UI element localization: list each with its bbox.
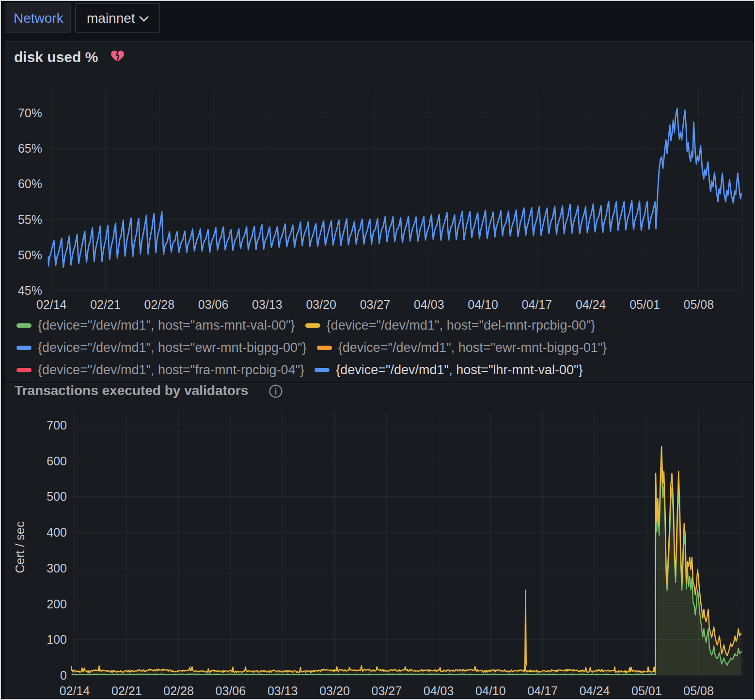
svg-text:04/24: 04/24 <box>580 684 610 698</box>
svg-text:700: 700 <box>47 418 67 432</box>
svg-text:02/28: 02/28 <box>163 684 194 698</box>
svg-text:04/24: 04/24 <box>576 298 606 311</box>
svg-text:04/10: 04/10 <box>475 684 506 698</box>
svg-text:02/14: 02/14 <box>60 684 90 698</box>
svg-text:200: 200 <box>47 597 67 611</box>
svg-text:0: 0 <box>60 668 67 682</box>
svg-text:70%: 70% <box>18 106 42 120</box>
svg-text:65%: 65% <box>18 142 42 155</box>
svg-text:02/21: 02/21 <box>90 298 121 311</box>
svg-text:04/10: 04/10 <box>468 298 498 311</box>
svg-text:Cert / sec: Cert / sec <box>13 522 27 573</box>
svg-text:03/27: 03/27 <box>372 684 402 698</box>
svg-text:04/17: 04/17 <box>527 684 558 698</box>
svg-text:03/27: 03/27 <box>360 298 391 311</box>
svg-text:04/17: 04/17 <box>522 298 552 311</box>
svg-text:02/21: 02/21 <box>111 684 142 698</box>
svg-text:03/06: 03/06 <box>216 684 246 698</box>
svg-text:05/01: 05/01 <box>629 298 660 311</box>
svg-text:05/01: 05/01 <box>631 684 662 698</box>
svg-text:600: 600 <box>47 454 67 468</box>
svg-text:05/08: 05/08 <box>683 684 714 698</box>
svg-text:03/06: 03/06 <box>198 298 229 311</box>
svg-text:50%: 50% <box>18 248 42 262</box>
svg-text:03/13: 03/13 <box>267 684 298 698</box>
svg-text:60%: 60% <box>18 177 42 191</box>
svg-text:03/20: 03/20 <box>319 684 350 698</box>
svg-text:55%: 55% <box>18 213 42 226</box>
svg-text:02/14: 02/14 <box>36 298 67 311</box>
svg-text:45%: 45% <box>18 284 42 297</box>
svg-text:03/13: 03/13 <box>252 298 283 311</box>
svg-text:500: 500 <box>47 490 67 503</box>
svg-text:300: 300 <box>47 561 67 575</box>
svg-text:03/20: 03/20 <box>306 298 336 311</box>
svg-text:400: 400 <box>47 525 67 539</box>
svg-text:100: 100 <box>47 633 67 646</box>
svg-text:05/08: 05/08 <box>684 298 714 311</box>
svg-text:04/03: 04/03 <box>424 684 454 698</box>
svg-text:02/28: 02/28 <box>144 298 175 311</box>
svg-text:04/03: 04/03 <box>414 298 444 311</box>
